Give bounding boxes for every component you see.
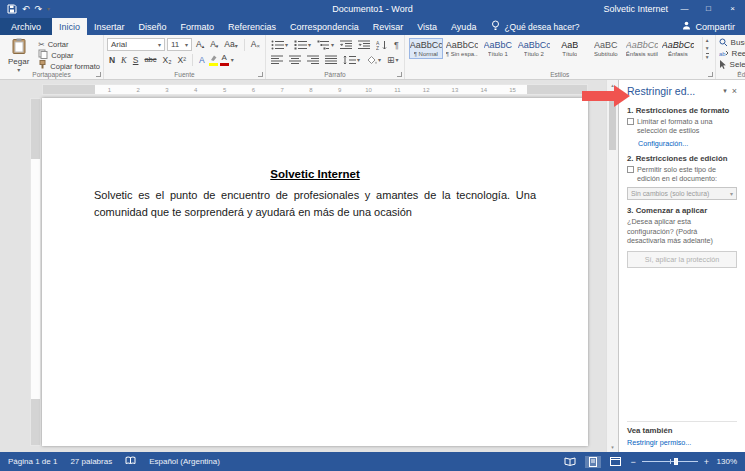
- underline-button[interactable]: S: [131, 56, 141, 65]
- tab-revisar[interactable]: Revisar: [366, 18, 411, 35]
- copy-button[interactable]: Copiar: [38, 50, 100, 60]
- highlight-color-button[interactable]: [209, 55, 218, 66]
- zoom-in-button[interactable]: +: [704, 457, 709, 467]
- styles-scroll-down-icon[interactable]: ▾: [706, 45, 709, 51]
- font-family-combo[interactable]: Arial ▾: [107, 38, 165, 51]
- font-dialog-launcher-icon[interactable]: [258, 72, 263, 77]
- align-right-button[interactable]: [305, 55, 321, 65]
- styles-dialog-launcher-icon[interactable]: [708, 72, 713, 77]
- decrease-indent-button[interactable]: [338, 40, 354, 50]
- align-center-button[interactable]: [287, 55, 303, 65]
- font-size-combo[interactable]: 11 ▾: [167, 38, 192, 51]
- replace-button[interactable]: ab Reemplazar: [719, 49, 745, 58]
- font-size-dropdown-icon[interactable]: ▾: [185, 42, 188, 48]
- clear-formatting-button[interactable]: A×: [249, 40, 262, 49]
- tab-correspondencia[interactable]: Correspondencia: [283, 18, 366, 35]
- style-no-spacing[interactable]: AaBbCcI ¶ Sin espa...: [445, 38, 479, 59]
- proofing-icon[interactable]: [125, 456, 136, 467]
- find-button[interactable]: Buscar ▾: [719, 38, 745, 47]
- word-count[interactable]: 27 palabras: [70, 457, 112, 466]
- document-paragraph[interactable]: Solvetic es el punto de encuentro de pro…: [94, 187, 536, 220]
- minimize-button[interactable]: —: [677, 0, 692, 18]
- document-page[interactable]: Solvetic Internet Solvetic es el punto d…: [42, 98, 588, 446]
- italic-button[interactable]: K: [119, 56, 129, 65]
- grow-font-button[interactable]: A▴: [194, 40, 206, 49]
- tab-diseno[interactable]: Diseño: [132, 18, 174, 35]
- limit-formatting-row[interactable]: Limitar el formato a una selección de es…: [627, 117, 737, 136]
- pane-close-icon[interactable]: ×: [732, 86, 737, 96]
- style-subtle-emphasis[interactable]: AaBbCcC Énfasis sutil: [625, 38, 659, 59]
- editing-type-dropdown[interactable]: Sin cambios (solo lectura) ▾: [627, 187, 737, 200]
- tab-archivo[interactable]: Archivo: [0, 18, 52, 35]
- justify-button[interactable]: [323, 55, 339, 65]
- styles-scroll-up-icon[interactable]: ▴: [706, 37, 709, 43]
- style-heading2[interactable]: AaBbCc Título 2: [517, 38, 551, 59]
- clipboard-dialog-launcher-icon[interactable]: [96, 72, 101, 77]
- restrict-permission-link[interactable]: Restringir permiso...: [627, 438, 737, 447]
- zoom-slider-handle[interactable]: [674, 458, 678, 465]
- style-title[interactable]: AaB Título: [553, 38, 587, 59]
- document-scrollbar[interactable]: ▴ ▾: [606, 80, 618, 452]
- page-count[interactable]: Página 1 de 1: [8, 457, 57, 466]
- multilevel-list-button[interactable]: ▾: [315, 40, 336, 50]
- limit-formatting-checkbox[interactable]: [627, 118, 634, 125]
- tab-vista[interactable]: Vista: [410, 18, 444, 35]
- language-indicator[interactable]: Español (Argentina): [149, 457, 220, 466]
- tab-insertar[interactable]: Insertar: [87, 18, 132, 35]
- show-marks-button[interactable]: ¶: [392, 40, 401, 50]
- style-emphasis[interactable]: AaBbCc Énfasis: [661, 38, 695, 59]
- font-color-dropdown-icon[interactable]: ▾: [231, 57, 234, 63]
- qat-customize-icon[interactable]: ▾: [47, 6, 50, 12]
- redo-icon[interactable]: ↷: [35, 5, 43, 14]
- tell-me-box[interactable]: ¿Qué desea hacer?: [491, 18, 579, 35]
- web-layout-button[interactable]: [607, 456, 624, 467]
- account-name[interactable]: Solvetic Internet: [603, 4, 668, 14]
- numbering-button[interactable]: ▾: [292, 40, 313, 50]
- configuration-link[interactable]: Configuración...: [638, 139, 737, 148]
- shrink-font-button[interactable]: A▾: [208, 40, 220, 49]
- save-icon[interactable]: [7, 4, 17, 14]
- line-spacing-button[interactable]: ▾: [341, 55, 362, 65]
- sort-button[interactable]: AZ: [374, 40, 390, 50]
- document-heading[interactable]: Solvetic Internet: [42, 168, 588, 180]
- apply-protection-button[interactable]: Sí, aplicar la protección: [627, 251, 737, 268]
- print-layout-button[interactable]: [585, 456, 601, 468]
- font-color-button[interactable]: A: [220, 54, 229, 66]
- zoom-slider[interactable]: [642, 461, 698, 462]
- tab-ayuda[interactable]: Ayuda: [444, 18, 483, 35]
- align-left-button[interactable]: [269, 55, 285, 65]
- subscript-button[interactable]: X₂: [161, 56, 174, 65]
- tab-referencias[interactable]: Referencias: [221, 18, 283, 35]
- editing-type-row[interactable]: Permitir solo este tipo de edición en el…: [627, 165, 737, 184]
- share-button[interactable]: Compartir: [682, 18, 745, 35]
- style-subtitle[interactable]: AaBC Subtítulo: [589, 38, 623, 59]
- font-family-dropdown-icon[interactable]: ▾: [158, 42, 161, 48]
- bold-button[interactable]: N: [107, 56, 117, 65]
- format-painter-button[interactable]: Copiar formato: [38, 61, 100, 71]
- vertical-ruler[interactable]: [30, 98, 41, 446]
- increase-indent-button[interactable]: [356, 40, 372, 50]
- borders-button[interactable]: ⊞ ▾: [385, 55, 401, 65]
- bullets-button[interactable]: ▾: [269, 40, 290, 50]
- paragraph-dialog-launcher-icon[interactable]: [397, 72, 402, 77]
- tab-inicio[interactable]: Inicio: [52, 18, 87, 35]
- style-normal[interactable]: AaBbCcI ¶ Normal: [409, 38, 443, 59]
- cut-button[interactable]: ✂ Cortar: [38, 39, 100, 49]
- maximize-button[interactable]: □: [701, 0, 716, 18]
- strikethrough-button[interactable]: abc: [142, 56, 158, 64]
- close-button[interactable]: ×: [725, 0, 740, 18]
- paste-button[interactable]: Pegar ▾: [3, 37, 34, 73]
- zoom-out-button[interactable]: −: [630, 457, 635, 467]
- pane-options-icon[interactable]: ▾: [723, 87, 727, 95]
- style-heading1[interactable]: AaBbC Título 1: [481, 38, 515, 59]
- read-mode-button[interactable]: [561, 456, 579, 467]
- shading-button[interactable]: ▾: [364, 55, 383, 65]
- tab-formato[interactable]: Formato: [174, 18, 222, 35]
- change-case-button[interactable]: Aa▾: [222, 40, 239, 49]
- undo-icon[interactable]: ↶: [22, 5, 30, 14]
- text-effects-button[interactable]: A: [197, 56, 207, 65]
- zoom-level[interactable]: 130%: [715, 457, 737, 466]
- scroll-down-icon[interactable]: ▾: [607, 442, 618, 452]
- select-button[interactable]: Seleccionar ▾: [719, 60, 745, 69]
- styles-more-icon[interactable]: ▾: [706, 53, 709, 60]
